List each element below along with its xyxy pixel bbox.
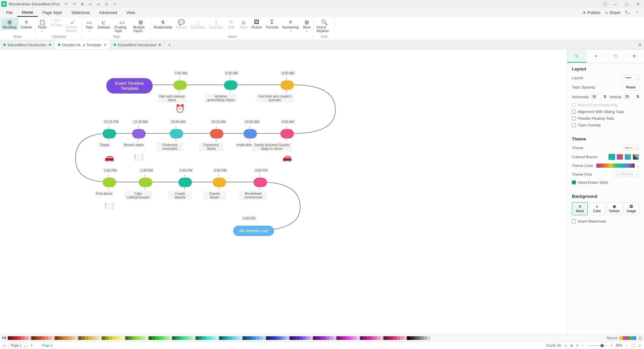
color-palette[interactable]	[8, 336, 434, 340]
color-swatch[interactable]	[61, 336, 65, 340]
color-swatch[interactable]	[249, 336, 253, 340]
color-swatch[interactable]	[357, 336, 360, 340]
color-swatch[interactable]	[31, 336, 35, 340]
color-swatch[interactable]	[212, 336, 216, 340]
color-swatch[interactable]	[232, 336, 236, 340]
color-swatch[interactable]	[135, 336, 139, 340]
doc-tab-0[interactable]: EdrawMind Introduction	[0, 40, 55, 49]
color-swatch[interactable]	[102, 336, 105, 340]
color-swatch[interactable]	[256, 336, 259, 340]
vertical-input[interactable]	[624, 94, 635, 100]
color-swatch[interactable]	[397, 336, 400, 340]
color-swatch[interactable]	[165, 336, 169, 340]
view-icon-2[interactable]: ⧉	[571, 344, 573, 348]
numbering-button[interactable]: ≡Numbering⌄	[280, 18, 301, 33]
color-swatch[interactable]	[229, 336, 232, 340]
topic-button[interactable]: ▭Topic⌄	[83, 18, 95, 34]
color-swatch[interactable]	[88, 336, 92, 340]
color-swatch[interactable]	[404, 336, 407, 340]
save-icon[interactable]: ▭	[96, 2, 101, 6]
color-swatch[interactable]	[175, 336, 179, 340]
zoom-in-button[interactable]: +	[610, 344, 612, 347]
color-swatch[interactable]	[273, 336, 276, 340]
color-swatch[interactable]	[14, 336, 18, 340]
color-swatch[interactable]	[420, 336, 424, 340]
color-swatch[interactable]	[360, 336, 363, 340]
color-swatch[interactable]	[300, 336, 303, 340]
color-swatch[interactable]	[383, 336, 387, 340]
close-button[interactable]: ✕	[633, 2, 643, 6]
color-swatch[interactable]	[159, 336, 162, 340]
color-swatch[interactable]	[216, 336, 219, 340]
theme-font-select[interactable]: Aᴀ Verdana	[613, 171, 639, 177]
color-swatch[interactable]	[122, 336, 125, 340]
color-swatch[interactable]	[243, 336, 246, 340]
share-button[interactable]: ∝Share	[605, 10, 620, 15]
color-swatch[interactable]	[222, 336, 226, 340]
color-swatch[interactable]	[424, 336, 427, 340]
color-swatch[interactable]	[45, 336, 48, 340]
open-icon[interactable]: ▭	[88, 2, 93, 6]
menu-file[interactable]: File	[1, 9, 17, 16]
color-swatch[interactable]	[350, 336, 353, 340]
page-label[interactable]: Page-1	[42, 344, 53, 347]
color-swatch[interactable]	[185, 336, 189, 340]
find-replace-button[interactable]: 🔍Find & Replace	[315, 18, 334, 34]
floating-topic-button[interactable]: ▭Floating Topic	[112, 18, 131, 34]
color-swatch[interactable]	[48, 336, 51, 340]
mark-button[interactable]: ◉Mark	[237, 18, 250, 33]
color-swatch[interactable]	[253, 336, 256, 340]
color-swatch[interactable]	[58, 336, 61, 340]
timeline-node[interactable]	[132, 129, 146, 138]
color-swatch[interactable]	[259, 336, 263, 340]
note-button[interactable]: ✎Note	[225, 18, 237, 33]
color-swatch[interactable]	[199, 336, 202, 340]
timeline-node[interactable]	[224, 80, 237, 90]
chevron-down-icon[interactable]: ⌄	[636, 164, 639, 168]
color-swatch[interactable]	[427, 336, 430, 340]
copy-button[interactable]: ⧉Copy	[49, 22, 64, 27]
color-swatch[interactable]	[145, 336, 149, 340]
timeline-node[interactable]	[178, 178, 192, 187]
color-swatch[interactable]	[179, 336, 182, 340]
color-swatch[interactable]	[162, 336, 165, 340]
color-swatch[interactable]	[92, 336, 95, 340]
tab-close-icon[interactable]: ✕	[103, 43, 107, 47]
color-swatch[interactable]	[202, 336, 206, 340]
color-swatch[interactable]	[132, 336, 135, 340]
color-swatch[interactable]	[239, 336, 243, 340]
color-swatch[interactable]	[169, 336, 172, 340]
color-swatch[interactable]	[226, 336, 229, 340]
color-swatch[interactable]	[293, 336, 296, 340]
color-swatch[interactable]	[283, 336, 286, 340]
theme-select[interactable]: ●●●●	[623, 145, 639, 151]
bg-none[interactable]: ⊘None	[572, 202, 588, 215]
timeline-node[interactable]	[103, 178, 116, 187]
menu-advanced[interactable]: Advanced	[94, 9, 121, 16]
zoom-label[interactable]: 85%	[616, 344, 623, 347]
color-swatch[interactable]	[289, 336, 293, 340]
color-swatch[interactable]	[82, 336, 85, 340]
spinner-icon[interactable]: ⇅	[636, 95, 639, 99]
color-swatch[interactable]	[380, 336, 383, 340]
color-swatch[interactable]	[152, 336, 155, 340]
help-icon[interactable]: ?⌄	[625, 10, 631, 15]
color-swatch[interactable]	[139, 336, 142, 340]
color-swatch[interactable]	[142, 336, 145, 340]
print-icon[interactable]: ⎙	[104, 2, 109, 6]
color-swatch[interactable]	[269, 336, 273, 340]
color-swatch[interactable]	[387, 336, 390, 340]
color-swatch[interactable]	[108, 336, 112, 340]
color-swatch[interactable]	[330, 336, 333, 340]
color-swatch[interactable]	[28, 336, 31, 340]
fit-button[interactable]: ⛶	[632, 344, 635, 347]
timeline-node[interactable]	[254, 178, 267, 187]
color-swatch[interactable]	[51, 336, 55, 340]
timeline-node[interactable]	[173, 80, 187, 90]
add-tab-button[interactable]: +	[165, 42, 174, 48]
color-swatch[interactable]	[320, 336, 323, 340]
color-swatch[interactable]	[38, 336, 41, 340]
color-swatch[interactable]	[279, 336, 283, 340]
color-swatch[interactable]	[316, 336, 320, 340]
branch-swatch-1[interactable]	[608, 154, 615, 160]
